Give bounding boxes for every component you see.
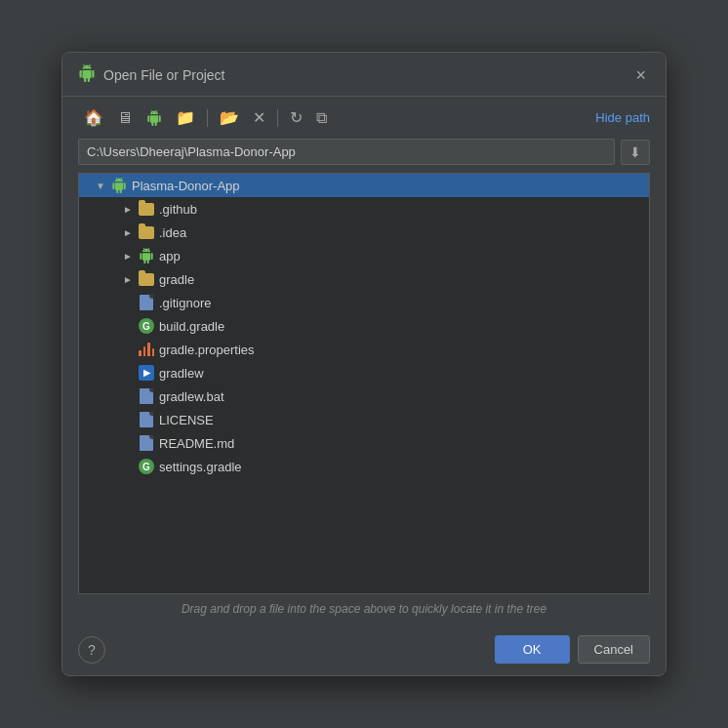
close-button[interactable]: × [631,64,650,86]
tree-label-readme: README.md [159,436,234,451]
path-download-button[interactable]: ⬇ [621,140,650,165]
folder-icon [138,223,155,241]
dialog-title: Open File or Project [103,67,225,83]
folder-icon [138,200,155,218]
open-folder-button[interactable]: 📂 [214,104,245,131]
tree-item-gitignore[interactable]: .gitignore [79,291,649,314]
gradle-g-icon: G [138,317,155,335]
action-buttons: OK Cancel [495,635,650,664]
tree-arrow-idea[interactable]: ► [122,227,134,238]
hint-text: Drag and drop a file into the space abov… [62,594,666,624]
path-bar: ⬇ [78,139,650,165]
home-button[interactable]: 🏠 [78,104,109,131]
help-button[interactable]: ? [78,636,105,664]
file-generic-icon [138,411,155,428]
toolbar-separator [207,109,208,127]
tree-arrow-github[interactable]: ► [122,204,134,215]
file-tree[interactable]: ▼Plasma-Donor-App►.github►.idea►app►grad… [78,173,650,594]
path-input[interactable] [78,139,615,165]
file-generic-icon [138,294,155,311]
props-icon [138,341,155,358]
tree-item-gradle[interactable]: ►gradle [79,267,649,291]
tree-label-gitignore: .gitignore [159,296,211,310]
tree-label-gradlew: gradlew [159,366,204,381]
tree-label-settings-gradle: settings.gradle [159,460,242,474]
android-button[interactable] [141,106,168,130]
tree-arrow-plasma-donor-app[interactable]: ▼ [95,181,106,191]
toolbar-separator-2 [277,109,278,127]
copy-button[interactable]: ⧉ [310,105,333,131]
tree-label-license: LICENSE [159,413,214,427]
tree-label-github: .github [159,202,197,217]
tree-label-app: app [159,249,181,263]
tree-label-gradle: gradle [159,272,194,287]
delete-button[interactable]: ✕ [247,104,271,131]
tree-item-github[interactable]: ►.github [79,197,649,221]
tree-label-idea: .idea [159,225,186,240]
tree-item-readme[interactable]: README.md [79,431,649,455]
android-icon [138,247,155,264]
hide-path-button[interactable]: Hide path [595,110,650,125]
tree-item-build-gradle[interactable]: Gbuild.gradle [79,314,649,338]
file-generic-icon [138,387,155,405]
toolbar-left: 🏠 🖥 📁 📂 ✕ ↻ ⧉ [78,104,333,131]
tree-label-gradlew-bat: gradlew.bat [159,389,224,404]
refresh-button[interactable]: ↻ [284,104,308,131]
button-bar: ? OK Cancel [62,624,666,675]
ok-button[interactable]: OK [495,635,570,664]
cancel-button[interactable]: Cancel [578,635,650,664]
toolbar: 🏠 🖥 📁 📂 ✕ ↻ ⧉ Hide path [62,97,666,139]
file-generic-icon [138,434,155,452]
desktop-button[interactable]: 🖥 [111,105,139,131]
title-bar: Open File or Project × [62,53,666,97]
folder-icon [138,270,155,288]
tree-arrow-app[interactable]: ► [122,251,134,262]
tree-label-gradle-properties: gradle.properties [159,343,255,357]
tree-item-plasma-donor-app[interactable]: ▼Plasma-Donor-App [79,174,649,197]
android-icon [110,177,128,194]
title-left: Open File or Project [78,64,225,86]
gradle-g-icon: G [138,458,155,475]
open-file-dialog: Open File or Project × 🏠 🖥 📁 📂 ✕ [61,52,667,676]
tree-item-settings-gradle[interactable]: Gsettings.gradle [79,455,649,478]
tree-item-license[interactable]: LICENSE [79,408,649,431]
tree-item-app[interactable]: ►app [79,244,649,267]
tree-item-idea[interactable]: ►.idea [79,221,649,244]
tree-label-plasma-donor-app: Plasma-Donor-App [132,179,240,193]
tree-label-build-gradle: build.gradle [159,319,224,334]
dialog-android-icon [78,64,96,86]
new-folder-button[interactable]: 📁 [170,104,201,131]
tree-item-gradle-properties[interactable]: gradle.properties [79,338,649,361]
tree-item-gradlew[interactable]: ▶gradlew [79,361,649,384]
gradlew-arrow-icon: ▶ [138,364,155,382]
tree-arrow-gradle[interactable]: ► [122,274,134,285]
tree-item-gradlew-bat[interactable]: gradlew.bat [79,384,649,408]
